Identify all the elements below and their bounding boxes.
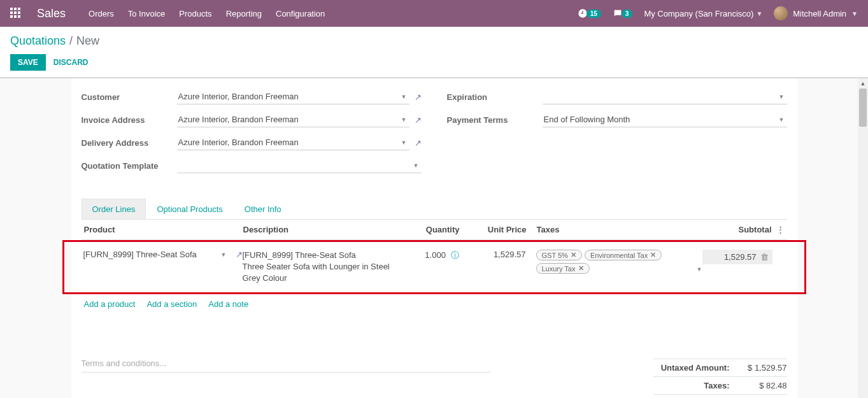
col-unit-price: Unit Price <box>460 225 527 234</box>
nav-orders[interactable]: Orders <box>89 9 114 18</box>
add-links: Add a product Add a section Add a note <box>82 294 787 314</box>
breadcrumb-current: New <box>76 34 99 48</box>
table-row: [FURN_8999] Three-Seat Sofa ▼ ↗ [FURN_89… <box>81 246 788 288</box>
info-icon[interactable]: ⓘ <box>451 250 459 260</box>
nav-reporting[interactable]: Reporting <box>226 9 262 18</box>
tabs: Order Lines Optional Products Other Info <box>82 199 787 220</box>
breadcrumb: Quotations / New <box>10 34 858 48</box>
form-sheet: Customer ▼ ↗ Invoice Address ▼ <box>71 78 797 398</box>
quantity-cell[interactable]: 1.000 ⓘ <box>395 250 459 261</box>
nav-products[interactable]: Products <box>179 9 211 18</box>
taxes-cell[interactable]: GST 5%✕ Environmental Tax✕ Luxury Tax✕ ▼ <box>526 250 702 274</box>
control-panel: Quotations / New SAVE DISCARD <box>0 27 868 78</box>
col-taxes: Taxes <box>527 225 702 234</box>
remove-tax-icon[interactable]: ✕ <box>571 251 576 259</box>
breadcrumb-separator: / <box>69 34 73 48</box>
add-section-link[interactable]: Add a section <box>146 299 197 309</box>
tab-optional-products[interactable]: Optional Products <box>146 199 233 219</box>
tab-order-lines[interactable]: Order Lines <box>82 199 146 219</box>
quotation-template-field[interactable] <box>177 158 422 173</box>
nav-configuration[interactable]: Configuration <box>276 9 325 18</box>
user-menu[interactable]: Mitchell Admin ▼ <box>774 6 858 20</box>
avatar <box>774 6 788 20</box>
external-link-icon[interactable]: ↗ <box>236 250 243 259</box>
save-button[interactable]: SAVE <box>10 54 46 71</box>
quantity-value: 1.000 <box>425 250 446 260</box>
quotation-template-label: Quotation Template <box>82 161 177 171</box>
col-description: Description <box>243 225 396 234</box>
invoice-address-label: Invoice Address <box>82 115 177 125</box>
external-link-icon[interactable]: ↗ <box>415 138 422 148</box>
product-value[interactable]: [FURN_8999] Three-Seat Sofa <box>83 250 217 259</box>
col-product: Product <box>84 225 243 234</box>
scroll-up-icon[interactable]: ▲ <box>858 78 868 89</box>
totals: Untaxed Amount: $ 1,529.57 Taxes: $ 82.4… <box>653 359 787 398</box>
subtotal-cell: 1,529.57 🗑 <box>702 250 772 264</box>
tax-tag-label: Luxury Tax <box>542 265 576 273</box>
scrollbar[interactable]: ▲ ▼ <box>858 78 868 398</box>
order-lines-table: Product Description Quantity Unit Price … <box>82 220 787 314</box>
activity-button[interactable]: 15 <box>578 8 601 18</box>
chevron-down-icon: ▼ <box>756 10 762 17</box>
tax-tag: Environmental Tax✕ <box>585 250 662 260</box>
taxes-value: $ 82.48 <box>730 381 787 390</box>
chevron-down-icon[interactable]: ▼ <box>697 266 702 274</box>
topbar: Sales Orders To Invoice Products Reporti… <box>0 0 868 27</box>
untaxed-value: $ 1,529.57 <box>730 363 787 373</box>
tab-other-info[interactable]: Other Info <box>234 199 292 219</box>
expiration-label: Expiration <box>447 92 543 102</box>
customer-label: Customer <box>82 92 177 102</box>
form-sheet-bg: Customer ▼ ↗ Invoice Address ▼ <box>0 78 868 398</box>
desc-line-1: [FURN_8999] Three-Seat Sofa <box>243 250 395 261</box>
discard-button[interactable]: DISCARD <box>51 54 91 71</box>
untaxed-label: Untaxed Amount: <box>653 363 730 373</box>
kebab-icon[interactable]: ⋮ <box>772 225 785 234</box>
remove-tax-icon[interactable]: ✕ <box>650 251 656 259</box>
chevron-down-icon[interactable]: ▼ <box>221 252 227 258</box>
unit-price-value[interactable]: 1,529.57 <box>459 250 526 259</box>
company-selector[interactable]: My Company (San Francisco) ▼ <box>644 9 762 18</box>
messages-count: 3 <box>622 10 633 18</box>
chevron-down-icon: ▼ <box>851 10 858 17</box>
col-quantity: Quantity <box>396 225 460 234</box>
messages-button[interactable]: 3 <box>613 8 633 18</box>
table-header: Product Description Quantity Unit Price … <box>82 220 787 240</box>
tax-tag: Luxury Tax✕ <box>536 263 590 274</box>
add-product-link[interactable]: Add a product <box>84 299 136 309</box>
desc-line-2: Three Seater Sofa with Lounger in Steel … <box>243 261 395 284</box>
delivery-address-field[interactable] <box>177 135 409 150</box>
delivery-address-label: Delivery Address <box>82 138 177 148</box>
external-link-icon[interactable]: ↗ <box>415 115 422 125</box>
external-link-icon[interactable]: ↗ <box>415 92 422 102</box>
top-nav: Orders To Invoice Products Reporting Con… <box>89 9 325 18</box>
col-subtotal: Subtotal <box>702 225 772 234</box>
tax-tag: GST 5%✕ <box>536 250 582 260</box>
terms-input[interactable]: Terms and conditions... <box>82 359 491 373</box>
payment-terms-field[interactable] <box>543 112 787 127</box>
add-note-link[interactable]: Add a note <box>208 299 248 309</box>
brand[interactable]: Sales <box>37 7 66 20</box>
trash-icon[interactable]: 🗑 <box>760 252 769 262</box>
scrollbar-thumb[interactable] <box>859 89 867 127</box>
taxes-label: Taxes: <box>653 381 730 390</box>
payment-terms-label: Payment Terms <box>447 115 543 125</box>
subtotal-value: 1,529.57 <box>724 252 757 262</box>
tax-tag-label: Environmental Tax <box>590 252 648 259</box>
breadcrumb-parent[interactable]: Quotations <box>10 34 66 48</box>
customer-field[interactable] <box>177 89 409 104</box>
invoice-address-field[interactable] <box>177 112 409 127</box>
tax-tag-label: GST 5% <box>542 252 568 259</box>
company-name: My Company (San Francisco) <box>644 9 753 18</box>
nav-to-invoice[interactable]: To Invoice <box>128 9 166 18</box>
description-value[interactable]: [FURN_8999] Three-Seat Sofa Three Seater… <box>243 250 395 285</box>
apps-icon[interactable] <box>10 8 22 19</box>
expiration-field[interactable] <box>543 89 787 104</box>
highlighted-order-line: [FURN_8999] Three-Seat Sofa ▼ ↗ [FURN_89… <box>62 240 806 294</box>
activity-count: 15 <box>587 10 601 18</box>
remove-tax-icon[interactable]: ✕ <box>578 264 584 273</box>
user-name: Mitchell Admin <box>793 9 846 18</box>
